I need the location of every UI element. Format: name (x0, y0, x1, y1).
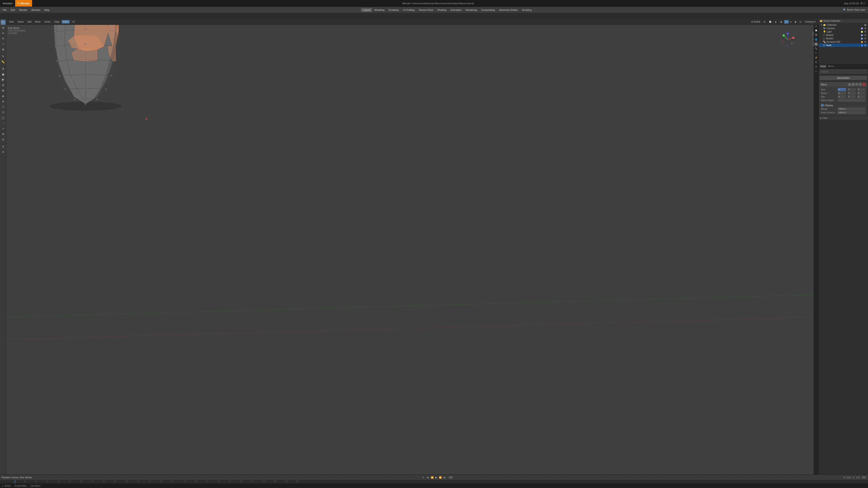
viewport-mesh-menu[interactable]: Mesh (34, 20, 42, 24)
bisect-z-field[interactable]: Z (857, 92, 866, 95)
world-tab[interactable]: 🌐 (814, 37, 818, 41)
rotate-tool[interactable]: ↻ (1, 36, 6, 41)
measure-tool[interactable]: 📏 (1, 59, 6, 64)
modifier-edit-btn[interactable]: ✎ (859, 83, 862, 86)
menu-help[interactable]: Help (42, 8, 51, 12)
select-tool[interactable]: ↖ (1, 20, 6, 25)
skip-to-start-btn[interactable]: ⏮ (426, 476, 430, 479)
material-tab[interactable]: ● (814, 69, 818, 73)
menu-render[interactable]: Render (18, 8, 29, 12)
workspace-scripting[interactable]: Scripting (520, 8, 533, 12)
bevel-tool[interactable]: ◩ (1, 77, 6, 82)
xray-toggle[interactable]: ◑ (779, 20, 783, 24)
transform-pivot[interactable]: ◈ (774, 20, 778, 24)
axis-y-field[interactable]: Y (847, 88, 856, 91)
activities-button[interactable]: Activities (0, 0, 15, 6)
play-backwards-btn[interactable]: ⏪ (430, 476, 434, 479)
frame-start-field[interactable]: 1 (422, 476, 425, 479)
workspace-shading[interactable]: Shading (435, 8, 448, 12)
modifier-eye-btn[interactable]: 👁 (851, 83, 855, 86)
move-tool[interactable]: ✛ (1, 31, 6, 36)
main-viewport[interactable]: View Select Add Mesh Vertex Edge Face UV… (6, 19, 818, 475)
panel-tab-mirror[interactable]: Mirror (827, 65, 835, 68)
physics-tab[interactable]: ⚡ (814, 56, 818, 60)
edge-slide-tool[interactable]: ⤻ (1, 126, 6, 131)
menu-window[interactable]: Window (30, 8, 42, 12)
offset-loop-cut-tool[interactable]: ⊠ (1, 88, 6, 93)
axis-z-field[interactable]: Z (857, 88, 866, 91)
menu-edit[interactable]: Edit (9, 8, 17, 12)
scene-item-collection[interactable]: ▼ 📁 Collection (818, 23, 868, 27)
to-sphere-tool[interactable]: ● (1, 149, 6, 154)
play-btn[interactable]: ▶ (435, 476, 438, 479)
poly-build-tool[interactable]: ⬡ (1, 104, 6, 109)
scene-tab[interactable]: 🎬 (814, 33, 818, 37)
shrink-fatten-tool[interactable]: ⊛ (1, 131, 6, 136)
viewport-vertex-menu[interactable]: Vertex (43, 20, 52, 24)
bisect-tool[interactable]: ⊘ (1, 99, 6, 104)
workspace-layout[interactable]: Layout (361, 8, 372, 12)
material-mode[interactable]: ◉ (793, 20, 798, 24)
loop-cut-tool[interactable]: ⊟ (1, 83, 6, 88)
axis-x-field[interactable]: X (838, 88, 846, 91)
object-tab[interactable]: ▣ (814, 42, 818, 46)
end-frame-value[interactable]: 250 (861, 476, 867, 479)
scale-tool[interactable]: ⤡ (1, 41, 6, 46)
modifier-render-btn[interactable]: 📷 (855, 83, 858, 86)
constraints-tab[interactable]: ⛓ (814, 60, 818, 64)
search-input[interactable] (819, 70, 867, 74)
scene-item-armature[interactable]: 🦴 Armature.002 👁 (818, 40, 868, 43)
view-layer-tab[interactable]: 🔲 (814, 29, 818, 33)
scene-item-camera[interactable]: 📷 Camera 👁 (818, 27, 868, 30)
viewport-uv-menu[interactable]: UV (70, 20, 76, 24)
workspace-sculpting[interactable]: Sculpting (387, 8, 401, 12)
start-frame-value[interactable]: 1 (852, 476, 855, 479)
flip-y-field[interactable]: Y (847, 95, 856, 98)
bisect-x-field[interactable]: X (838, 92, 846, 95)
workspace-uv-editing[interactable]: UV Editing (401, 8, 416, 12)
scene-item-light[interactable]: 💡 Light 👁 (818, 30, 868, 33)
shear-tool[interactable]: ⧖ (1, 144, 6, 149)
viewport-edge-menu[interactable]: Edge (53, 20, 61, 24)
viewport-select-menu[interactable]: Select (16, 20, 25, 24)
playback-label[interactable]: Playback (1, 476, 11, 479)
modifier-tab[interactable]: 🔧 (814, 46, 818, 51)
global-local-toggle[interactable]: ⊕ Global (750, 20, 762, 24)
workspace-compositing[interactable]: Compositing (479, 8, 497, 12)
transform-tool[interactable]: ⊞ (1, 47, 6, 52)
scene-item-model1[interactable]: ⬡ Model1 👁 (818, 37, 868, 40)
frame-end-field[interactable]: 250 (448, 476, 454, 479)
flip-x-field[interactable]: X (838, 95, 846, 98)
viewport-gizmo[interactable]: X Y Z (780, 32, 796, 47)
marker-label[interactable]: Marker (25, 476, 32, 479)
modifier-delete-btn[interactable]: ✕ (862, 83, 866, 86)
add-modifier-button[interactable]: Add Modifier (819, 76, 867, 80)
annotate-tool[interactable]: ✎ (1, 54, 6, 59)
workspace-texture-paint[interactable]: Texture Paint (417, 8, 435, 12)
keying-label[interactable]: Keying (11, 476, 19, 479)
clipping-checkbox[interactable] (821, 104, 824, 107)
solid-mode[interactable]: ● (789, 20, 793, 24)
viewport-view-menu[interactable]: View (8, 20, 16, 24)
overlay-toggle[interactable]: Overlays ▾ (804, 20, 817, 24)
bisect-distance-field[interactable]: 0.001 m (838, 111, 866, 114)
viewport-face-menu[interactable]: Face (62, 20, 69, 24)
smooth-tool[interactable]: ◯ (1, 115, 6, 120)
workspace-rendering[interactable]: Rendering (464, 8, 479, 12)
wireframe-mode[interactable]: ◻ (784, 20, 789, 24)
extrude-tool[interactable]: ⬆ (1, 66, 6, 71)
randomize-tool[interactable]: ⁘ (1, 121, 6, 126)
workspace-geometry-nodes[interactable]: Geometry Nodes (497, 8, 520, 12)
spin-tool[interactable]: ↺ (1, 110, 6, 115)
object-data-tab[interactable]: ◈ (814, 65, 818, 69)
bisect-y-field[interactable]: Y (847, 92, 856, 95)
panel-tab-head[interactable]: Head (819, 65, 827, 68)
skip-to-end-btn[interactable]: ⏭ (443, 476, 446, 479)
merge-value-field[interactable]: 0.001 m (838, 107, 866, 110)
view-label[interactable]: View (19, 476, 24, 479)
snapping[interactable]: 🔲 (767, 20, 773, 24)
modifier-settings-btn[interactable]: ⚙ (848, 83, 851, 86)
mirror-object-field[interactable] (838, 99, 866, 102)
data-section-header[interactable]: ▶ Data (818, 116, 868, 120)
flip-z-field[interactable]: Z (857, 95, 866, 98)
